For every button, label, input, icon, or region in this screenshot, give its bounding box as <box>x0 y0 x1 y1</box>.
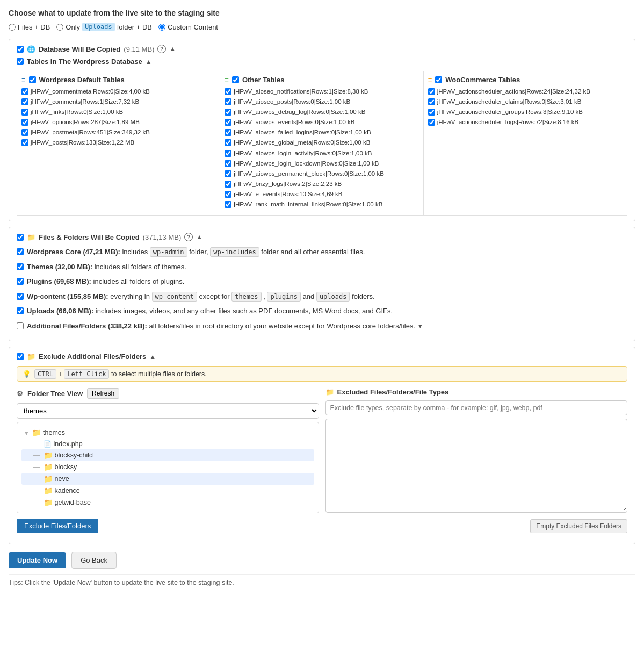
table-icon-green: ≡ <box>225 76 229 84</box>
database-section: 🌐 Database Will Be Copied (9,11 MB) ? ▲ … <box>9 39 635 221</box>
uploads-badge: Uploads <box>82 23 115 31</box>
exclude-files-button[interactable]: Exclude Files/Folders <box>17 519 98 533</box>
folder-icon-getwid: 📁 <box>44 498 53 507</box>
col3-checkbox[interactable] <box>435 76 442 83</box>
col-other-tables: ≡ Other Tables jHFwV_aioseo_notification… <box>220 71 423 215</box>
expand-additional-icon[interactable]: ▾ <box>418 321 422 332</box>
files-row-uploads: Uploads (66,06 MB): includes images, vid… <box>17 306 627 317</box>
folder-tree-area: ⚙ Folder Tree View Refresh themes plugin… <box>17 388 627 514</box>
radio-files-db[interactable]: Files + DB <box>9 23 50 31</box>
tips-text: Tips: Click the 'Update Now' button to u… <box>9 574 635 586</box>
tree-item-getwid-base[interactable]: — 📁 getwid-base <box>21 497 314 508</box>
folder-tree: ▾ 📁 themes — 📄 index.php — 📁 blocksy-chi… <box>17 422 319 513</box>
col3-items: jHFwV_actionscheduler_actions|Rows:24|Si… <box>428 87 623 128</box>
collapse-exclude[interactable]: ▲ <box>149 353 156 361</box>
col2-items: jHFwV_aioseo_notifications|Rows:1|Size:8… <box>225 87 418 211</box>
help-icon-db[interactable]: ? <box>157 45 166 53</box>
table-row[interactable]: jHFwV_rank_math_internal_meta|Rows:0|Siz… <box>225 210 418 211</box>
table-row[interactable]: jHFwV_posts|Rows:133|Size:1,22 MB <box>21 138 215 147</box>
tree-item-blocksy-child[interactable]: — 📁 blocksy-child <box>21 449 314 461</box>
update-now-button[interactable]: Update Now <box>9 552 66 568</box>
file-icon: 📄 <box>44 440 52 448</box>
table-row[interactable]: jHFwV_actionscheduler_groups|Rows:3|Size… <box>428 107 623 116</box>
table-icon-blue: ≡ <box>21 76 26 84</box>
tree-panel: ⚙ Folder Tree View Refresh themes plugin… <box>17 388 319 514</box>
table-row[interactable]: jHFwV_comments|Rows:1|Size:7,32 kB <box>21 97 215 106</box>
table-row[interactable]: jHFwV_options|Rows:287|Size:1,89 MB <box>21 118 215 126</box>
excluded-files-textarea[interactable] <box>325 419 628 513</box>
themes-checkbox[interactable] <box>17 263 24 270</box>
files-checkbox[interactable] <box>17 234 24 241</box>
collapse-tables[interactable]: ▲ <box>146 58 152 66</box>
col1-checkbox[interactable] <box>29 76 36 83</box>
collapse-db[interactable]: ▲ <box>169 45 176 53</box>
table-row[interactable]: jHFwV_aioseo_posts|Rows:0|Size:1,00 kB <box>225 97 418 106</box>
tree-icon: ⚙ <box>17 390 23 398</box>
folder-icon-neve: 📁 <box>44 475 53 483</box>
table-row[interactable]: jHFwV_postmeta|Rows:451|Size:349,32 kB <box>21 128 215 137</box>
tree-dash2: — <box>33 451 40 459</box>
exclude-type-input[interactable] <box>325 400 628 415</box>
col2-checkbox[interactable] <box>232 76 239 83</box>
files-row-core: Wordpress Core (47,21 MB): includes wp-a… <box>17 247 627 257</box>
table-row[interactable]: jHFwV_actionscheduler_logs|Rows:72|Size:… <box>428 118 623 126</box>
files-row-additional: Additional Files/Folders (338,22 kB): al… <box>17 321 627 332</box>
col-woocommerce: ≡ WooCommerce Tables jHFwV_actionschedul… <box>424 71 627 215</box>
core-checkbox[interactable] <box>17 248 24 255</box>
exclude-checkbox[interactable] <box>17 353 24 360</box>
table-row[interactable]: jHFwV_brizy_logs|Rows:2|Size:2,23 kB <box>225 180 418 188</box>
tree-item-index-php[interactable]: — 📄 index.php <box>21 439 314 449</box>
bottom-buttons: Update Now Go Back <box>9 552 635 569</box>
help-icon-files[interactable]: ? <box>184 233 193 241</box>
exclude-action-row: Exclude Files/Folders Empty Excluded Fil… <box>17 519 627 533</box>
table-row[interactable]: jHFwV_actionscheduler_actions|Rows:24|Si… <box>428 87 623 96</box>
table-row[interactable]: jHFwV_aiowps_permanent_block|Rows:0|Size… <box>225 169 418 178</box>
table-row[interactable]: jHFwV_aiowps_global_meta|Rows:0|Size:1,0… <box>225 138 418 147</box>
tree-item-kadence[interactable]: — 📁 kadence <box>21 485 314 497</box>
table-row[interactable]: jHFwV_aioseo_notifications|Rows:1|Size:8… <box>225 87 418 96</box>
refresh-button[interactable]: Refresh <box>87 388 119 399</box>
files-row-plugins: Plugins (69,68 MB): includes all folders… <box>17 276 627 287</box>
table-row[interactable]: jHFwV_actionscheduler_claims|Rows:0|Size… <box>428 97 623 106</box>
folder-exclude-icon: 📁 <box>27 353 35 361</box>
table-row[interactable]: jHFwV_aiowps_events|Rows:0|Size:1,00 kB <box>225 118 418 126</box>
tree-dash5: — <box>33 487 40 494</box>
go-back-button[interactable]: Go Back <box>71 552 117 569</box>
table-row[interactable]: jHFwV_e_events|Rows:10|Size:4,69 kB <box>225 190 418 198</box>
table-row[interactable]: jHFwV_links|Rows:0|Size:1,00 kB <box>21 107 215 116</box>
exclude-section: 📁 Exclude Additional Files/Folders ▲ 💡 C… <box>9 347 635 544</box>
table-row[interactable]: jHFwV_commentmeta|Rows:0|Size:4,00 kB <box>21 87 215 96</box>
col1-items: jHFwV_commentmeta|Rows:0|Size:4,00 kB jH… <box>21 87 215 149</box>
wpcontent-checkbox[interactable] <box>17 293 24 300</box>
tree-item-neve[interactable]: — 📁 neve <box>21 473 314 485</box>
tree-dash3: — <box>33 463 40 471</box>
lightbulb-icon: 💡 <box>23 370 31 378</box>
radio-custom-content[interactable]: Custom Content <box>158 23 218 31</box>
collapse-files[interactable]: ▲ <box>196 233 202 241</box>
folder-icon-kadence: 📁 <box>44 486 53 495</box>
table-row[interactable]: jHFwV_aiowps_login_lockdown|Rows:0|Size:… <box>225 159 418 168</box>
tables-grid: ≡ Wordpress Default Tables jHFwV_comment… <box>17 71 627 216</box>
table-row[interactable]: jHFwV_aiowps_debug_log|Rows:0|Size:1,00 … <box>225 107 418 116</box>
database-checkbox[interactable] <box>17 46 24 53</box>
radio-only-uploads[interactable]: Only Uploads folder + DB <box>56 23 152 31</box>
folder-icon: 📁 <box>32 428 41 437</box>
empty-excluded-button[interactable]: Empty Excluded Files Folders <box>530 519 627 533</box>
folder-icon-blocksy: 📁 <box>44 463 53 471</box>
tables-checkbox[interactable] <box>17 58 24 65</box>
additional-checkbox[interactable] <box>17 322 24 329</box>
tree-item-blocksy[interactable]: — 📁 blocksy <box>21 461 314 473</box>
table-row[interactable]: jHFwV_aiowps_failed_logins|Rows:0|Size:1… <box>225 128 418 137</box>
tree-item-themes[interactable]: ▾ 📁 themes <box>21 427 314 439</box>
table-icon-orange: ≡ <box>428 76 432 84</box>
folder-excluded-icon: 📁 <box>325 388 334 396</box>
tree-dash4: — <box>33 475 40 483</box>
tree-dash6: — <box>33 499 40 506</box>
tree-connector: ▾ <box>25 429 28 437</box>
table-row[interactable]: jHFwV_rank_math_internal_links|Rows:0|Si… <box>225 200 418 209</box>
uploads-checkbox[interactable] <box>17 307 24 314</box>
folder-orange-icon: 📁 <box>27 233 35 241</box>
folder-dropdown[interactable]: themes plugins uploads wp-content <box>17 403 319 419</box>
table-row[interactable]: jHFwV_aiowps_login_activity|Rows:0|Size:… <box>225 149 418 157</box>
plugins-checkbox[interactable] <box>17 278 24 285</box>
